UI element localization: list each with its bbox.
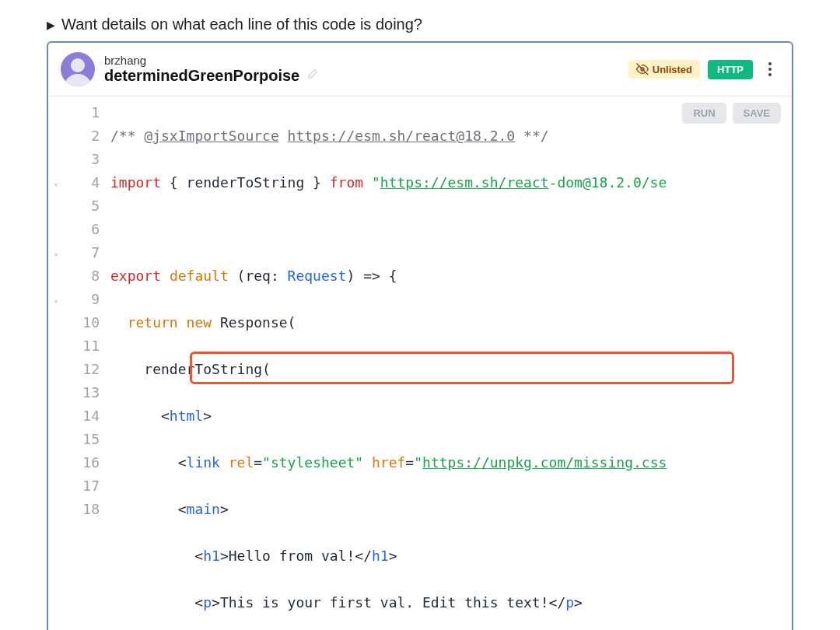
- fold-icon[interactable]: ⌄: [48, 288, 64, 311]
- line-number: 4: [64, 171, 100, 194]
- username[interactable]: brzhang: [104, 54, 619, 67]
- unlisted-badge[interactable]: Unlisted: [628, 60, 700, 79]
- line-number: 14: [64, 404, 100, 428]
- line-number: 15: [64, 428, 100, 451]
- unlisted-label: Unlisted: [653, 64, 692, 75]
- fold-icon[interactable]: ⌄: [48, 241, 64, 264]
- code-editor[interactable]: RUN SAVE ⌄ ⌄ ⌄ 1 2 3 4 5 6 7 8 9 10 11 1…: [48, 96, 792, 630]
- line-number: 17: [64, 474, 100, 498]
- line-number-gutter: 1 2 3 4 5 6 7 8 9 10 11 12 13 14 15 16 1…: [64, 101, 110, 630]
- line-number: 1: [64, 101, 100, 124]
- line-number: 7: [64, 241, 100, 264]
- fold-icon[interactable]: ⌄: [48, 171, 64, 194]
- line-number: 12: [64, 358, 100, 381]
- details-label: Want details on what each line of this c…: [61, 16, 422, 33]
- val-title-block: brzhang determinedGreenPorpoise: [104, 54, 619, 85]
- line-number: 13: [64, 381, 100, 404]
- more-menu-icon[interactable]: [761, 60, 779, 79]
- http-badge[interactable]: HTTP: [708, 60, 753, 79]
- editor-header: brzhang determinedGreenPorpoise Unlisted…: [48, 43, 792, 96]
- line-number: 11: [64, 334, 100, 358]
- eye-off-icon: [636, 63, 649, 75]
- line-number: 5: [64, 194, 100, 218]
- line-number: 8: [64, 264, 100, 288]
- val-name: determinedGreenPorpoise: [104, 67, 299, 85]
- line-number: 10: [64, 311, 100, 334]
- details-disclosure[interactable]: ▶ Want details on what each line of this…: [47, 16, 793, 33]
- avatar[interactable]: [61, 52, 95, 86]
- line-number: 2: [64, 124, 100, 148]
- line-number: 16: [64, 451, 100, 474]
- val-editor-frame: brzhang determinedGreenPorpoise Unlisted…: [47, 41, 793, 630]
- http-label: HTTP: [717, 64, 744, 75]
- line-number: 9: [64, 288, 100, 311]
- disclosure-arrow-icon: ▶: [47, 19, 55, 31]
- line-number: 18: [64, 498, 100, 521]
- edit-icon[interactable]: [306, 68, 318, 84]
- line-number: 6: [64, 218, 100, 241]
- code-lines[interactable]: /** @jsxImportSource https://esm.sh/reac…: [110, 101, 792, 630]
- line-number: 3: [64, 148, 100, 171]
- fold-gutter: ⌄ ⌄ ⌄: [48, 101, 64, 630]
